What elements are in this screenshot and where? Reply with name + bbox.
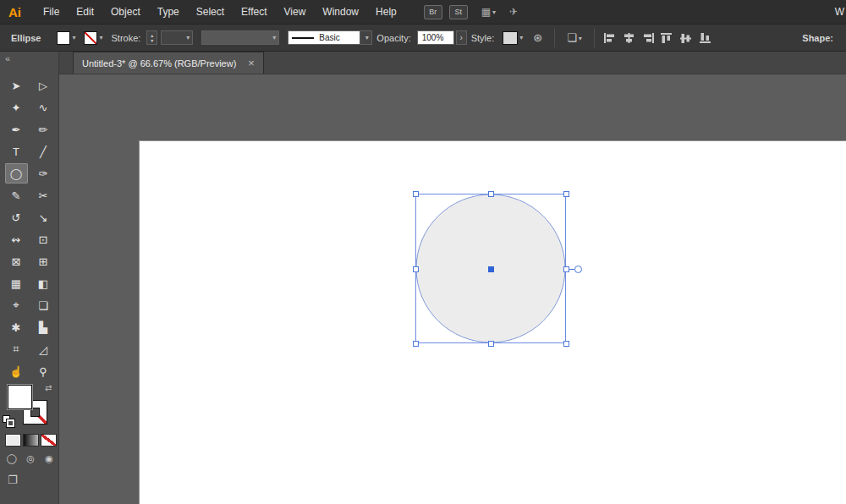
blend-tool[interactable]: ❏ [32, 295, 55, 315]
artboard[interactable] [140, 141, 846, 504]
stroke-color-control[interactable]: ▾ [84, 31, 102, 45]
hand-tool[interactable]: ☝ [5, 361, 28, 381]
shape-label: Shape: [802, 33, 835, 43]
menubar: Ai FileEditObjectTypeSelectEffectViewWin… [0, 0, 846, 24]
graphic-style-control[interactable]: ▾ [503, 31, 523, 45]
workspace-partial-label[interactable]: W [835, 6, 844, 18]
pencil-tool[interactable]: ✎ [5, 185, 28, 205]
lasso-tool[interactable]: ∿ [32, 97, 55, 118]
stock-button[interactable]: St [449, 5, 468, 19]
illustrator-window: Ai FileEditObjectTypeSelectEffectViewWin… [0, 0, 846, 504]
draw-normal-mode[interactable]: ◯ [4, 452, 19, 465]
none-button[interactable] [41, 434, 57, 446]
opacity-panel-arrow[interactable]: › [456, 30, 467, 45]
paintbrush-tool[interactable]: ✑ [32, 163, 55, 184]
rotate-tool[interactable]: ↺ [5, 207, 28, 227]
recolor-artwork-icon[interactable]: ⊛ [533, 31, 542, 44]
align-center-horizontal-icon[interactable] [623, 32, 635, 44]
chevron-down-icon[interactable]: ▾ [99, 34, 102, 41]
draw-inside-mode[interactable]: ◉ [41, 452, 57, 465]
curvature-tool[interactable]: ✏ [32, 119, 55, 140]
draw-behind-mode[interactable]: ◎ [23, 452, 38, 465]
magic-wand-tool[interactable]: ✦ [5, 97, 28, 118]
align-right-icon[interactable] [642, 32, 655, 44]
perspective-grid-tool[interactable]: ⊞ [32, 251, 55, 271]
stroke-weight-stepper[interactable]: ▴ ▾ [146, 30, 157, 45]
chevron-down-icon[interactable]: ▾ [72, 34, 75, 41]
menu-help[interactable]: Help [367, 6, 405, 18]
direct-selection-tool[interactable]: ▷ [32, 75, 55, 96]
menu-items: FileEditObjectTypeSelectEffectViewWindow… [35, 6, 405, 18]
align-bottom-icon[interactable] [699, 32, 711, 44]
stroke-none-swatch-icon[interactable] [84, 31, 97, 45]
menu-view[interactable]: View [276, 6, 315, 18]
opacity-input[interactable]: 100% [417, 30, 454, 45]
artboard-tool[interactable]: ⌗ [5, 339, 28, 359]
menu-select[interactable]: Select [188, 6, 233, 18]
share-icon[interactable]: ✈ [509, 6, 518, 18]
close-icon[interactable]: × [248, 58, 255, 68]
type-tool[interactable]: T [5, 141, 28, 162]
bridge-button[interactable]: Br [424, 5, 442, 19]
horizontal-align-group [603, 32, 655, 44]
active-tool-label: Ellipse [11, 33, 41, 43]
gradient-tool[interactable]: ◧ [32, 273, 55, 293]
chevron-down-icon[interactable]: ▾ [519, 34, 523, 41]
brush-definition-dropdown[interactable]: Basic [288, 30, 360, 45]
menu-window[interactable]: Window [314, 6, 367, 18]
menu-file[interactable]: File [35, 6, 68, 18]
fill-color-indicator[interactable] [8, 385, 32, 409]
divider [594, 29, 595, 47]
menubar-right-cluster: Br St ▦▾ ✈ [417, 5, 518, 19]
zoom-tool[interactable]: ⚲ [32, 361, 55, 381]
document-tab[interactable]: Untitled-3* @ 66.67% (RGB/Preview) × [73, 52, 264, 74]
color-mode-row [5, 434, 57, 446]
scissors-tool[interactable]: ✂ [32, 185, 55, 205]
tools-panel: « ➤▷✦∿✒✏T╱◯✑✎✂↺↘↭⊡⊠⊞▦◧⌖❏✱▙⌗◿☝⚲ ⇄ ◯◎◉ ❐ [0, 52, 59, 504]
style-label: Style: [471, 33, 495, 43]
align-left-icon[interactable] [603, 32, 616, 44]
opacity-label: Opacity: [376, 33, 410, 43]
pen-tool[interactable]: ✒ [5, 119, 28, 140]
eyedropper-tool[interactable]: ⌖ [5, 295, 28, 315]
fill-color-control[interactable]: ▾ [57, 31, 75, 45]
ellipse-tool[interactable]: ◯ [5, 163, 28, 184]
scale-tool[interactable]: ↘ [32, 207, 55, 227]
document-tab-strip: Untitled-3* @ 66.67% (RGB/Preview) × [59, 52, 846, 74]
line-segment-tool[interactable]: ╱ [32, 141, 55, 162]
column-graph-tool[interactable]: ▙ [32, 317, 55, 337]
screen-mode-icon[interactable]: ❐ [8, 474, 18, 486]
transform-panel-icon[interactable]: ❏▾ [567, 31, 582, 44]
fill-swatch-icon[interactable] [57, 31, 70, 45]
chevron-down-icon: ▾ [579, 35, 582, 42]
chevron-down-icon: ▾ [492, 8, 496, 16]
style-swatch-icon[interactable] [503, 31, 518, 45]
arrange-documents-icon[interactable]: ▦▾ [481, 6, 496, 18]
menu-type[interactable]: Type [149, 6, 188, 18]
selection-tool[interactable]: ➤ [5, 75, 28, 96]
control-bar: Ellipse ▾ ▾ Stroke: ▴ ▾ ▾ ▾ Basic ▾ Opac… [0, 24, 846, 52]
shape-builder-tool[interactable]: ⊠ [5, 251, 28, 271]
free-transform-tool[interactable]: ⊡ [32, 229, 55, 249]
arrange-documents-glyph: ▦ [481, 6, 491, 18]
brush-definition-chevron[interactable]: ▾ [360, 30, 372, 45]
mesh-tool[interactable]: ▦ [5, 273, 28, 293]
width-tool[interactable]: ↭ [5, 229, 28, 249]
menu-object[interactable]: Object [102, 6, 149, 18]
menu-edit[interactable]: Edit [68, 6, 102, 18]
default-fill-stroke-icon[interactable] [3, 415, 16, 429]
mini-stroke-swatch [7, 419, 14, 427]
collapse-panel-icon[interactable]: « [5, 53, 10, 63]
stroke-weight-dropdown[interactable]: ▾ [161, 30, 193, 45]
menu-effect[interactable]: Effect [233, 6, 275, 18]
slice-tool[interactable]: ◿ [32, 339, 55, 359]
gradient-button[interactable] [23, 434, 39, 446]
color-button[interactable] [5, 434, 21, 446]
align-center-vertical-icon[interactable] [679, 32, 692, 44]
chevron-down-icon: ▾ [186, 34, 190, 41]
align-top-icon[interactable] [660, 32, 673, 44]
width-profile-dropdown[interactable]: ▾ [201, 30, 279, 45]
stepper-down-icon[interactable]: ▾ [151, 38, 153, 43]
symbol-sprayer-tool[interactable]: ✱ [5, 317, 28, 337]
swap-fill-stroke-icon[interactable]: ⇄ [45, 383, 52, 392]
